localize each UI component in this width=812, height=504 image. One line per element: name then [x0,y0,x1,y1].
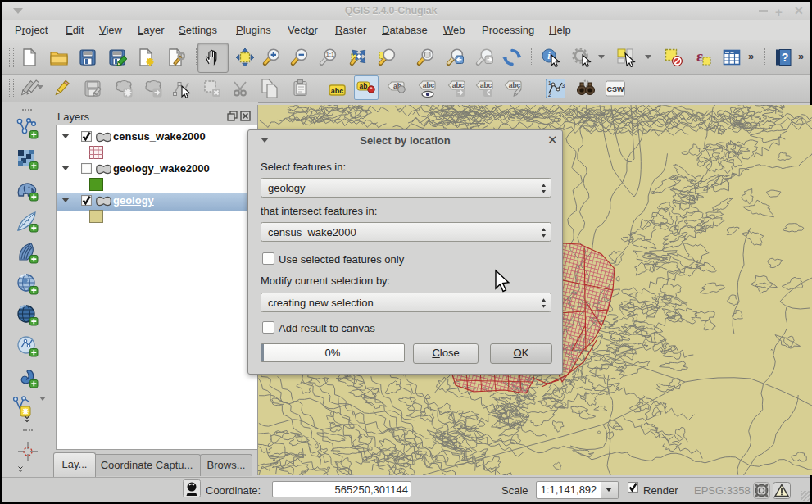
svg-text:CSW: CSW [607,85,625,93]
svg-text:3: 3 [562,83,565,89]
svg-text:?: ? [782,51,789,64]
svg-text:ab: ab [360,82,368,90]
svg-text:2: 2 [548,92,551,98]
svg-text:abc: abc [423,81,435,89]
svg-text:abc: abc [452,81,465,89]
svg-text:1:1: 1:1 [326,52,334,57]
svg-text:1: 1 [548,80,551,86]
svg-text:abc: abc [480,81,492,89]
svg-text:ε: ε [696,48,703,65]
svg-text:abc: abc [331,87,344,95]
